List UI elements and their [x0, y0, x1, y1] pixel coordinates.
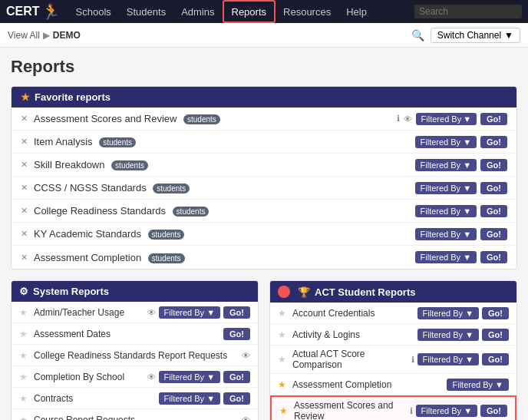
visibility-icon[interactable]: 👁: [147, 372, 156, 382]
go-button[interactable]: Go!: [223, 328, 250, 340]
gear-icon: ⚙: [19, 286, 28, 297]
filtered-by-button[interactable]: Filtered By ▼: [415, 182, 477, 194]
nav-resources[interactable]: Resources: [276, 0, 338, 23]
go-button[interactable]: Go!: [480, 159, 507, 171]
go-button[interactable]: Go!: [480, 113, 507, 125]
star-icon[interactable]: ★: [19, 307, 28, 318]
visibility-icon[interactable]: 👁: [404, 114, 412, 124]
report-actions: Filtered By ▼ Go!: [415, 159, 507, 171]
filtered-by-button[interactable]: Filtered By ▼: [415, 251, 477, 263]
star-icon[interactable]: ★: [19, 329, 28, 339]
report-actions: Filtered By ▼ Go!: [417, 307, 509, 319]
trophy-icon: 🏆: [298, 286, 310, 298]
page-title: Reports: [11, 57, 517, 77]
act-student-reports-section: 🏆 ACT Student Reports ★ Account Credenti…: [269, 280, 517, 420]
report-actions: Filtered By ▼: [447, 379, 509, 391]
act-report-row: ★ Actual ACT Score Comparison ℹ Filtered…: [270, 346, 516, 374]
info-icon[interactable]: ℹ: [411, 355, 414, 365]
report-actions: Filtered By ▼ Go!: [159, 392, 250, 405]
bottom-sections: ⚙ System Reports ★ Admin/Teacher Usage 👁…: [11, 280, 517, 420]
report-name: Contracts: [34, 393, 159, 404]
nav-search-input[interactable]: [414, 5, 522, 18]
go-button[interactable]: Go!: [480, 405, 507, 417]
favorite-reports-title: Favorite reports: [35, 91, 111, 103]
act-student-reports-header: 🏆 ACT Student Reports: [270, 281, 516, 303]
filtered-by-button[interactable]: Filtered By ▼: [417, 329, 480, 341]
nav-reports[interactable]: Reports: [223, 0, 276, 23]
report-name: Skill Breakdown students: [34, 159, 415, 170]
visibility-icon[interactable]: 👁: [147, 308, 156, 317]
act-report-row: ★ Account Credentials Filtered By ▼ Go!: [270, 303, 516, 324]
star-icon[interactable]: ★: [278, 308, 286, 319]
breadcrumb-view-all[interactable]: View All: [8, 30, 40, 41]
filtered-by-button[interactable]: Filtered By ▼: [159, 392, 221, 405]
filtered-by-button[interactable]: Filtered By ▼: [415, 228, 477, 240]
go-button[interactable]: Go!: [223, 392, 250, 405]
system-reports-header: ⚙ System Reports: [12, 281, 258, 302]
go-button[interactable]: Go!: [480, 182, 507, 194]
filtered-by-button[interactable]: Filtered By ▼: [417, 353, 480, 365]
students-tag: students: [99, 137, 136, 147]
remove-favorite-icon[interactable]: ✕: [21, 160, 28, 170]
act-report-row: ★ Assessment Completion Filtered By ▼: [270, 374, 516, 395]
visibility-icon[interactable]: 👁: [242, 415, 250, 421]
report-name: Assessment Completion: [292, 379, 447, 390]
star-icon[interactable]: ★: [19, 350, 28, 361]
fav-report-row: ✕ Item Analysis students Filtered By ▼ G…: [12, 131, 516, 154]
star-icon[interactable]: ★: [278, 354, 286, 365]
filtered-by-button[interactable]: Filtered By ▼: [417, 307, 480, 319]
filtered-by-button[interactable]: Filtered By ▼: [159, 306, 221, 319]
remove-favorite-icon[interactable]: ✕: [21, 183, 28, 193]
system-reports-section: ⚙ System Reports ★ Admin/Teacher Usage 👁…: [11, 280, 259, 420]
nav-schools[interactable]: Schools: [68, 0, 119, 23]
students-tag: students: [183, 114, 220, 124]
report-name: Activity & Logins: [292, 329, 417, 340]
filtered-by-button[interactable]: Filtered By ▼: [447, 379, 509, 391]
star-icon[interactable]: ★: [278, 329, 286, 340]
go-button[interactable]: Go!: [480, 228, 507, 240]
star-icon[interactable]: ★: [19, 372, 28, 382]
go-button[interactable]: Go!: [480, 251, 507, 263]
filtered-by-button[interactable]: Filtered By ▼: [416, 113, 477, 125]
info-icon[interactable]: ℹ: [397, 114, 400, 124]
nav-students[interactable]: Students: [119, 0, 173, 23]
report-actions: ℹ Filtered By ▼ Go!: [410, 405, 507, 417]
remove-favorite-icon[interactable]: ✕: [21, 137, 28, 147]
students-tag: students: [173, 207, 210, 217]
go-button[interactable]: Go!: [482, 353, 509, 365]
go-button[interactable]: Go!: [480, 205, 507, 217]
remove-favorite-icon[interactable]: ✕: [21, 114, 28, 124]
nav-help[interactable]: Help: [338, 0, 375, 23]
go-button[interactable]: Go!: [480, 136, 507, 148]
go-button[interactable]: Go!: [223, 306, 250, 319]
favorite-reports-header: ★ Favorite reports: [12, 87, 516, 107]
remove-favorite-icon[interactable]: ✕: [21, 229, 28, 239]
remove-favorite-icon[interactable]: ✕: [21, 253, 28, 263]
fav-report-row: ✕ Assessment Completion students Filtere…: [12, 246, 516, 269]
visibility-icon[interactable]: 👁: [242, 351, 250, 360]
remove-favorite-icon[interactable]: ✕: [21, 206, 28, 216]
go-button[interactable]: Go!: [482, 329, 509, 341]
star-icon[interactable]: ★: [19, 415, 28, 421]
report-name: Assessment Scores and Review students: [34, 113, 397, 124]
star-icon[interactable]: ★: [278, 379, 286, 390]
report-name: Actual ACT Score Comparison: [292, 349, 411, 370]
filtered-by-button[interactable]: Filtered By ▼: [415, 205, 477, 217]
search-icon-button[interactable]: 🔍: [411, 29, 424, 41]
star-icon[interactable]: ★: [19, 393, 28, 404]
report-actions: ℹ 👁 Filtered By ▼ Go!: [397, 113, 507, 125]
switch-channel-button[interactable]: Switch Channel ▼: [431, 28, 520, 43]
report-actions: Filtered By ▼ Go!: [415, 182, 507, 194]
go-button[interactable]: Go!: [482, 307, 509, 319]
go-button[interactable]: Go!: [223, 371, 250, 383]
report-actions: 👁: [242, 415, 250, 421]
star-icon[interactable]: ★: [279, 405, 288, 416]
system-report-row: ★ Course Report Requests 👁: [12, 409, 258, 420]
info-icon[interactable]: ℹ: [410, 406, 413, 416]
filtered-by-button[interactable]: Filtered By ▼: [159, 371, 221, 383]
filtered-by-button[interactable]: Filtered By ▼: [415, 159, 477, 171]
filtered-by-button[interactable]: Filtered By ▼: [416, 405, 478, 417]
filtered-by-button[interactable]: Filtered By ▼: [415, 136, 477, 148]
report-name: Assessment Completion students: [34, 252, 415, 263]
nav-admins[interactable]: Admins: [173, 0, 222, 23]
